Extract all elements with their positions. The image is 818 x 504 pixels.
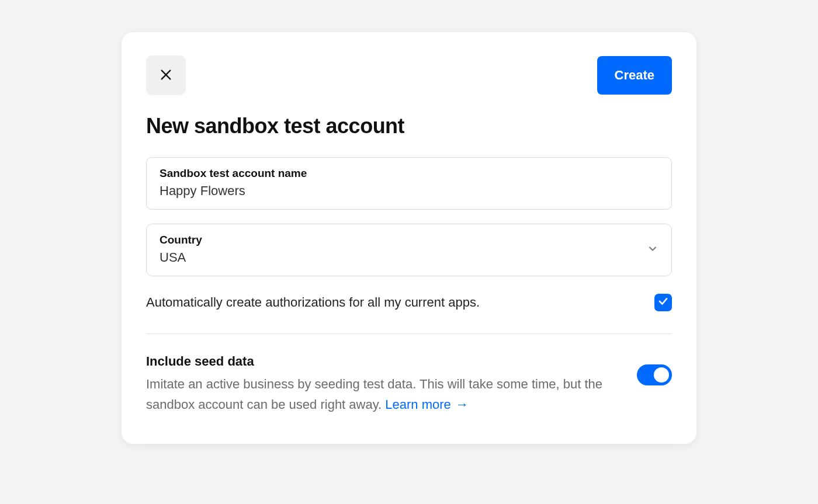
seed-data-row: Include seed data Imitate an active busi… — [146, 354, 672, 415]
arrow-right-icon: → — [456, 397, 469, 412]
authorizations-row: Automatically create authorizations for … — [146, 294, 672, 311]
chevron-down-icon — [647, 243, 658, 257]
close-icon — [160, 68, 172, 83]
seed-data-description: Imitate an active business by seeding te… — [146, 374, 614, 415]
page-title: New sandbox test account — [146, 114, 672, 138]
divider — [146, 333, 672, 334]
account-name-label: Sandbox test account name — [160, 167, 658, 180]
seed-data-toggle[interactable] — [637, 364, 672, 385]
account-name-input[interactable] — [160, 183, 658, 199]
country-label: Country — [160, 234, 658, 246]
country-value: USA — [160, 250, 186, 265]
learn-more-link[interactable]: Learn more → — [385, 397, 469, 412]
new-sandbox-modal: Create New sandbox test account Sandbox … — [122, 32, 696, 444]
seed-data-title: Include seed data — [146, 354, 614, 369]
create-button[interactable]: Create — [597, 56, 672, 95]
check-icon — [658, 296, 668, 309]
toggle-knob — [654, 367, 669, 383]
authorizations-checkbox[interactable] — [654, 294, 672, 311]
authorizations-text: Automatically create authorizations for … — [146, 295, 480, 310]
country-field[interactable]: Country USA — [146, 224, 672, 276]
close-button[interactable] — [146, 55, 186, 95]
modal-header: Create — [146, 55, 672, 95]
account-name-field[interactable]: Sandbox test account name — [146, 157, 672, 210]
